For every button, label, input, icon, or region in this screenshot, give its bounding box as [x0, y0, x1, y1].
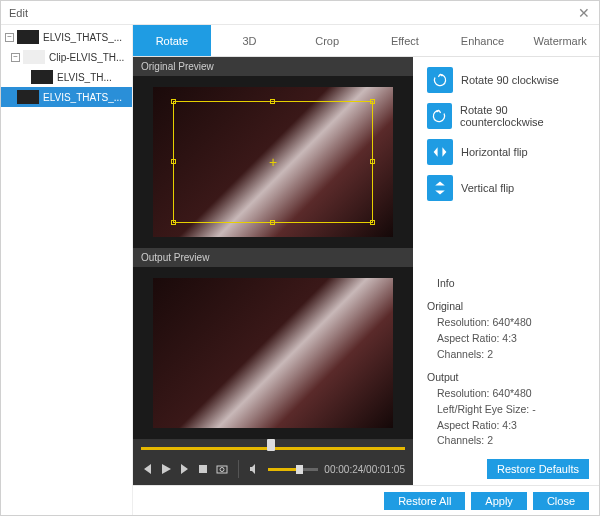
option-label: Rotate 90 clockwise	[461, 74, 559, 86]
close-button[interactable]: Close	[533, 492, 589, 510]
rotate-cw-option[interactable]: Rotate 90 clockwise	[427, 67, 589, 93]
separator	[238, 460, 239, 478]
thumbnail	[17, 30, 39, 44]
volume-slider[interactable]	[268, 468, 319, 471]
option-label: Rotate 90 counterclockwise	[460, 104, 589, 128]
volume-thumb[interactable]	[296, 465, 303, 474]
tab-rotate[interactable]: Rotate	[133, 25, 211, 56]
crop-rectangle[interactable]: +	[173, 101, 373, 223]
flip-horizontal-option[interactable]: Horizontal flip	[427, 139, 589, 165]
output-preview-label: Output Preview	[133, 248, 413, 267]
crop-handle[interactable]	[370, 159, 375, 164]
tab-enhance[interactable]: Enhance	[444, 25, 522, 56]
option-label: Horizontal flip	[461, 146, 528, 158]
restore-defaults-button[interactable]: Restore Defaults	[487, 459, 589, 479]
tab-bar: Rotate 3D Crop Effect Enhance Watermark	[133, 25, 599, 57]
info-row: Channels: 2	[427, 433, 589, 449]
playback-controls: 00:00:24/00:01:05	[133, 439, 413, 485]
tree-item-selected[interactable]: ELVIS_THATS_...	[1, 87, 132, 107]
info-row: Resolution: 640*480	[427, 315, 589, 331]
timecode: 00:00:24/00:01:05	[324, 464, 405, 475]
crop-handle[interactable]	[270, 99, 275, 104]
info-row: Channels: 2	[427, 347, 589, 363]
edit-window: Edit ✕ − ELVIS_THATS_... − Clip-ELVIS_TH…	[0, 0, 600, 516]
video-frame: +	[153, 87, 393, 237]
snapshot-button[interactable]	[216, 462, 229, 476]
center-cross-icon: +	[269, 154, 277, 170]
seek-bar[interactable]	[133, 439, 413, 453]
tab-crop[interactable]: Crop	[288, 25, 366, 56]
file-tree: − ELVIS_THATS_... − Clip-ELVIS_TH... ELV…	[1, 25, 133, 515]
collapse-icon[interactable]: −	[5, 33, 14, 42]
crop-handle[interactable]	[171, 99, 176, 104]
flip-horizontal-icon	[427, 139, 453, 165]
thumbnail	[31, 70, 53, 84]
rotate-cw-icon	[427, 67, 453, 93]
next-button[interactable]	[178, 462, 191, 476]
info-row: Aspect Ratio: 4:3	[427, 331, 589, 347]
tab-effect[interactable]: Effect	[366, 25, 444, 56]
options-column: Rotate 90 clockwise Rotate 90 counterclo…	[413, 57, 599, 485]
info-heading: Info	[427, 276, 589, 292]
seek-thumb[interactable]	[267, 439, 275, 451]
body: − ELVIS_THATS_... − Clip-ELVIS_TH... ELV…	[1, 25, 599, 515]
tree-item[interactable]: − ELVIS_THATS_...	[1, 27, 132, 47]
original-preview-label: Original Preview	[133, 57, 413, 76]
play-button[interactable]	[160, 462, 173, 476]
info-block: Info Original Resolution: 640*480 Aspect…	[427, 268, 589, 450]
window-title: Edit	[9, 7, 577, 19]
video-frame	[153, 278, 393, 428]
tab-3d[interactable]: 3D	[211, 25, 289, 56]
crop-handle[interactable]	[270, 220, 275, 225]
tree-item[interactable]: − Clip-ELVIS_TH...	[1, 47, 132, 67]
tree-label: ELVIS_THATS_...	[43, 32, 122, 43]
apply-button[interactable]: Apply	[471, 492, 527, 510]
crop-handle[interactable]	[370, 220, 375, 225]
volume-icon[interactable]	[249, 462, 262, 476]
flip-vertical-icon	[427, 175, 453, 201]
info-row: Resolution: 640*480	[427, 386, 589, 402]
titlebar: Edit ✕	[1, 1, 599, 25]
rotate-ccw-icon	[427, 103, 452, 129]
crop-handle[interactable]	[171, 159, 176, 164]
svg-rect-0	[199, 465, 207, 473]
tree-item[interactable]: ELVIS_TH...	[1, 67, 132, 87]
rotate-ccw-option[interactable]: Rotate 90 counterclockwise	[427, 103, 589, 129]
collapse-icon[interactable]: −	[11, 53, 20, 62]
flip-vertical-option[interactable]: Vertical flip	[427, 175, 589, 201]
restore-all-button[interactable]: Restore All	[384, 492, 465, 510]
preview-column: Original Preview	[133, 57, 413, 485]
output-preview[interactable]	[133, 267, 413, 439]
main-panel: Rotate 3D Crop Effect Enhance Watermark …	[133, 25, 599, 515]
output-heading: Output	[427, 370, 589, 386]
original-heading: Original	[427, 299, 589, 315]
volume-fill	[268, 468, 296, 471]
stop-button[interactable]	[197, 462, 210, 476]
crop-handle[interactable]	[370, 99, 375, 104]
close-icon[interactable]: ✕	[577, 6, 591, 20]
thumbnail	[23, 50, 45, 64]
crop-handle[interactable]	[171, 220, 176, 225]
original-preview[interactable]: +	[133, 76, 413, 248]
info-row: Aspect Ratio: 4:3	[427, 418, 589, 434]
thumbnail	[17, 90, 39, 104]
content-area: Original Preview	[133, 57, 599, 485]
tree-label: ELVIS_THATS_...	[43, 92, 122, 103]
tree-label: Clip-ELVIS_TH...	[49, 52, 124, 63]
option-label: Vertical flip	[461, 182, 514, 194]
info-row: Left/Right Eye Size: -	[427, 402, 589, 418]
svg-point-2	[220, 468, 224, 472]
tree-label: ELVIS_TH...	[57, 72, 112, 83]
tab-watermark[interactable]: Watermark	[521, 25, 599, 56]
footer: Restore All Apply Close	[133, 485, 599, 515]
prev-button[interactable]	[141, 462, 154, 476]
